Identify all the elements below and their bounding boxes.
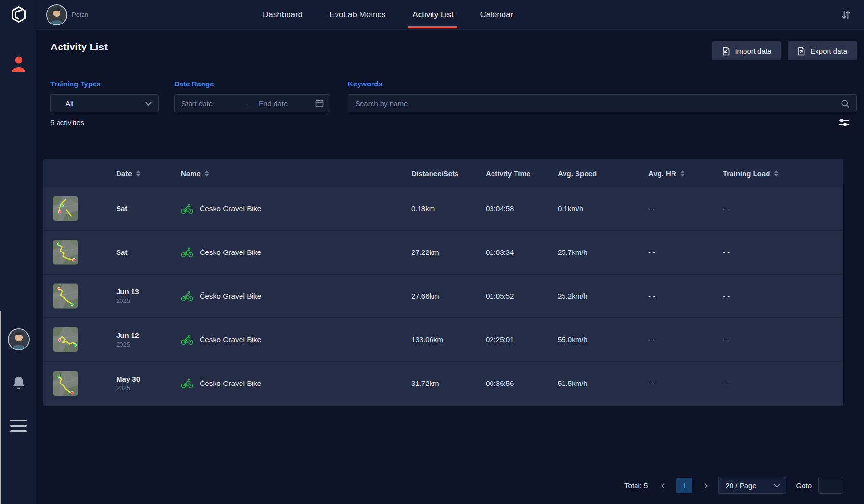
route-start-dot xyxy=(58,287,60,290)
page-number-button[interactable]: 1 xyxy=(676,478,692,493)
user-chip[interactable]: Petan xyxy=(46,4,88,25)
activity-name: Česko Gravel Bike xyxy=(200,336,261,344)
activity-distance: 27.22km xyxy=(406,248,480,256)
sidebar-user-avatar[interactable] xyxy=(8,328,30,350)
table-row[interactable]: May 30 2025 Česko Gravel Bike 31.72km 00… xyxy=(43,362,843,406)
activity-date: Jun 13 xyxy=(116,288,175,296)
sort-carets-icon xyxy=(136,170,140,177)
activity-time: 00:36:56 xyxy=(480,379,552,387)
activity-name: Česko Gravel Bike xyxy=(200,204,261,213)
map-thumbnail[interactable] xyxy=(53,327,78,352)
activity-date: Jun 12 xyxy=(116,331,175,339)
import-data-label: Import data xyxy=(735,47,771,55)
sort-carets-icon xyxy=(205,170,209,177)
route-end-dot xyxy=(71,391,73,394)
sidebar-item-athlete[interactable] xyxy=(11,55,27,74)
route-start-dot xyxy=(58,375,60,378)
goto-label: Goto xyxy=(796,481,812,490)
column-settings-button[interactable] xyxy=(837,117,851,128)
activity-time: 01:03:34 xyxy=(480,248,552,256)
col-training-load[interactable]: Training Load xyxy=(715,169,843,178)
route-map-image xyxy=(53,371,78,396)
route-map-image xyxy=(53,240,78,265)
table-header: Date Name Distance/Sets Activity Time Av… xyxy=(43,159,843,187)
app-logo[interactable] xyxy=(0,0,37,30)
activity-name: Česko Gravel Bike xyxy=(200,248,261,257)
route-start-dot xyxy=(57,243,60,246)
route-end-dot xyxy=(59,210,61,213)
export-file-icon xyxy=(797,47,805,56)
chevron-down-icon xyxy=(145,99,152,106)
table-row[interactable]: Jun 13 2025 Česko Gravel Bike 27.66km 01… xyxy=(43,275,843,318)
activity-avg-speed: 25.2km/h xyxy=(552,292,638,300)
topbar: Petan Dashboard EvoLab Metrics Activity … xyxy=(37,0,864,30)
tab-calendar[interactable]: Calendar xyxy=(480,0,513,29)
next-page-button[interactable]: › xyxy=(701,480,710,491)
map-thumbnail[interactable] xyxy=(53,283,78,309)
col-avg-hr[interactable]: Avg. HR xyxy=(638,169,715,178)
cycling-icon xyxy=(181,291,193,301)
table-row[interactable]: Sat Česko Gravel Bike 0.18km 03:04:58 0.… xyxy=(43,187,843,231)
sort-toggle-button[interactable] xyxy=(840,9,852,21)
page-size-select[interactable]: 20 / Page xyxy=(718,477,786,494)
avatar-illustration xyxy=(9,329,29,349)
chevron-down-icon xyxy=(774,481,780,488)
notifications-button[interactable] xyxy=(12,375,26,393)
route-start-dot xyxy=(58,339,61,342)
activity-avg-speed: 55.0km/h xyxy=(552,336,638,344)
col-avg-speed: Avg. Speed xyxy=(552,169,638,178)
table-row[interactable]: Jun 12 2025 Česko Gravel Bike 133.06km 0… xyxy=(43,318,843,362)
col-date[interactable]: Date xyxy=(110,169,175,178)
hamburger-menu-button[interactable] xyxy=(10,420,27,432)
keywords-label: Keywords xyxy=(348,80,857,88)
page-title: Activity List xyxy=(50,41,108,53)
pagination: Total: 5 ‹ 1 › 20 / Page Goto xyxy=(624,477,843,494)
start-date-input[interactable]: Start date xyxy=(181,99,246,108)
activity-distance: 133.06km xyxy=(406,336,480,344)
training-types-value: All xyxy=(65,99,73,108)
sort-carets-icon xyxy=(774,170,778,177)
sliders-icon xyxy=(837,117,851,128)
activity-training-load: - - xyxy=(715,248,843,256)
page-size-value: 20 / Page xyxy=(725,481,756,490)
export-data-button[interactable]: Export data xyxy=(788,41,857,60)
route-start-dot xyxy=(61,204,64,207)
map-thumbnail[interactable] xyxy=(53,371,78,396)
search-input[interactable] xyxy=(348,95,856,112)
route-end-dot xyxy=(71,303,73,306)
cycling-icon xyxy=(181,335,193,345)
map-thumbnail[interactable] xyxy=(53,196,78,221)
route-map-image xyxy=(53,284,78,309)
training-types-label: Training Types xyxy=(50,80,159,88)
activity-date: Sat xyxy=(116,204,175,213)
activity-avg-hr: - - xyxy=(638,248,715,256)
table-body: Sat Česko Gravel Bike 0.18km 03:04:58 0.… xyxy=(43,187,843,406)
table-row[interactable]: Sat Česko Gravel Bike 27.22km 01:03:34 2… xyxy=(43,231,843,275)
import-data-button[interactable]: Import data xyxy=(712,41,781,60)
activity-time: 02:25:01 xyxy=(480,336,552,344)
activity-avg-hr: - - xyxy=(638,336,715,344)
tab-activity-list[interactable]: Activity List xyxy=(412,0,453,29)
activity-training-load: - - xyxy=(715,379,843,387)
training-types-select[interactable]: All xyxy=(50,94,159,112)
activity-date: May 30 xyxy=(116,375,175,383)
date-range-picker[interactable]: Start date - End date xyxy=(174,94,330,112)
activity-avg-speed: 51.5km/h xyxy=(552,379,638,387)
end-date-input[interactable]: End date xyxy=(259,99,288,108)
col-name[interactable]: Name xyxy=(175,169,406,178)
tab-evolab-metrics[interactable]: EvoLab Metrics xyxy=(329,0,385,29)
tab-dashboard[interactable]: Dashboard xyxy=(263,0,302,29)
activity-year: 2025 xyxy=(116,384,175,392)
hexagon-logo-icon xyxy=(9,5,28,24)
goto-page-input[interactable] xyxy=(818,477,843,494)
import-file-icon xyxy=(722,47,730,56)
route-map-image xyxy=(53,196,78,221)
activity-avg-hr: - - xyxy=(638,379,715,387)
col-distance: Distance/Sets xyxy=(406,169,480,178)
prev-page-button[interactable]: ‹ xyxy=(658,480,668,491)
filters-bar: Training Types All Date Range Start date… xyxy=(50,80,857,112)
date-range-label: Date Range xyxy=(174,80,330,88)
route-end-dot xyxy=(72,258,75,261)
activity-avg-hr: - - xyxy=(638,204,715,213)
map-thumbnail[interactable] xyxy=(53,240,78,265)
